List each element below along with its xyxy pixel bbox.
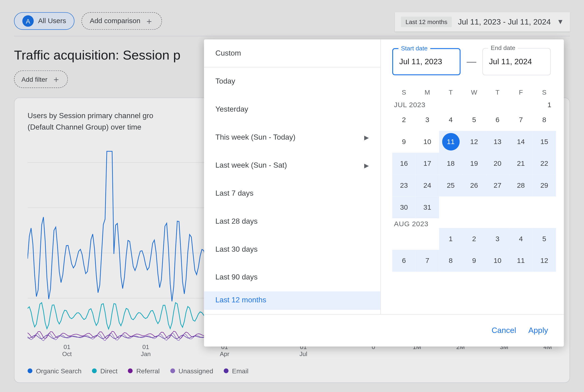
start-date-field[interactable]: Start date Jul 11, 2023 bbox=[392, 48, 460, 75]
calendar-month-label: AUG 2023 bbox=[392, 220, 556, 228]
add-comparison-label: Add comparison bbox=[90, 17, 140, 25]
cancel-button[interactable]: Cancel bbox=[491, 326, 516, 335]
calendar-day[interactable]: 21 bbox=[509, 153, 533, 175]
legend-dot-icon bbox=[170, 368, 175, 373]
calendar-day[interactable]: 23 bbox=[392, 175, 416, 196]
calendar-day[interactable]: 22 bbox=[533, 153, 556, 175]
calendar-day[interactable]: 7 bbox=[416, 250, 439, 272]
preset-label: Last 12 months bbox=[215, 296, 266, 304]
add-filter-label: Add filter bbox=[22, 76, 48, 83]
calendar-day[interactable]: 6 bbox=[392, 250, 416, 272]
legend-item[interactable]: Email bbox=[224, 367, 249, 374]
calendar-day[interactable]: 28 bbox=[509, 175, 533, 196]
calendar-day[interactable]: 2 bbox=[462, 228, 486, 250]
calendar-day[interactable]: 17 bbox=[416, 153, 439, 175]
calendar-day[interactable]: 7 bbox=[509, 109, 533, 131]
calendar-day[interactable]: 3 bbox=[486, 228, 509, 250]
date-preset-item[interactable]: Last 30 days bbox=[204, 235, 380, 263]
calendar-day[interactable]: 4 bbox=[439, 109, 462, 131]
date-range-dropdown[interactable]: Last 12 months Jul 11, 2023 - Jul 11, 20… bbox=[395, 12, 570, 31]
calendar-dow: T bbox=[439, 88, 462, 96]
preset-label: Custom bbox=[215, 49, 241, 58]
calendar-day[interactable]: 29 bbox=[533, 175, 556, 196]
calendar-day[interactable]: 4 bbox=[509, 228, 533, 250]
legend-dot-icon bbox=[92, 368, 97, 373]
calendar-day[interactable]: 3 bbox=[416, 109, 439, 131]
date-range-preset-badge: Last 12 months bbox=[401, 16, 452, 27]
date-preset-list: CustomTodayYesterdayThis week (Sun - Tod… bbox=[204, 40, 381, 314]
plus-icon: ＋ bbox=[52, 75, 61, 83]
date-preset-item[interactable]: Last 28 days bbox=[204, 207, 380, 235]
legend-item[interactable]: Referral bbox=[128, 367, 160, 374]
calendar-day[interactable]: 25 bbox=[439, 175, 462, 196]
calendar-day[interactable]: 11 bbox=[509, 250, 533, 272]
calendar-grid-jul: 2345678910111213141516171819202122232425… bbox=[392, 109, 556, 218]
calendar-dow: F bbox=[509, 88, 533, 96]
chevron-right-icon: ▶ bbox=[364, 134, 369, 141]
calendar-day[interactable]: 6 bbox=[486, 109, 509, 131]
calendar-day[interactable]: 10 bbox=[416, 131, 439, 153]
calendar-grid-aug: 123456789101112 bbox=[392, 228, 556, 272]
calendar-day[interactable]: 31 bbox=[416, 196, 439, 218]
calendar-day[interactable]: 2 bbox=[392, 109, 416, 131]
calendar-day[interactable]: 8 bbox=[533, 109, 556, 131]
end-date-field[interactable]: End date Jul 11, 2024 bbox=[482, 48, 550, 75]
calendar-day[interactable]: 9 bbox=[392, 131, 416, 153]
calendar-day[interactable]: 10 bbox=[486, 250, 509, 272]
preset-label: Last 28 days bbox=[215, 217, 258, 226]
calendar-day[interactable]: 14 bbox=[509, 131, 533, 153]
segment-label: All Users bbox=[38, 17, 66, 25]
calendar-day[interactable]: 16 bbox=[392, 153, 416, 175]
calendar-day[interactable]: 1 bbox=[439, 228, 462, 250]
date-preset-item[interactable]: Last 12 months bbox=[204, 291, 380, 310]
preset-label: Today bbox=[215, 77, 235, 86]
calendar-day[interactable]: 12 bbox=[533, 250, 556, 272]
calendar-day[interactable]: 26 bbox=[462, 175, 486, 196]
legend-label: Unassigned bbox=[179, 367, 213, 374]
calendar-day[interactable]: 24 bbox=[416, 175, 439, 196]
calendar-day[interactable]: 20 bbox=[486, 153, 509, 175]
calendar-day[interactable]: 27 bbox=[486, 175, 509, 196]
calendar-dow: T bbox=[486, 88, 509, 96]
calendar-day[interactable]: 12 bbox=[462, 131, 486, 153]
segment-all-users[interactable]: A All Users bbox=[14, 12, 75, 30]
calendar-day[interactable]: 19 bbox=[462, 153, 486, 175]
legend-item[interactable]: Unassigned bbox=[170, 367, 213, 374]
date-preset-item[interactable]: Yesterday bbox=[204, 96, 380, 124]
calendar-day[interactable]: 30 bbox=[392, 196, 416, 218]
legend-dot-icon bbox=[224, 368, 229, 373]
date-range-popover: CustomTodayYesterdayThis week (Sun - Tod… bbox=[204, 40, 564, 347]
calendar-dow: W bbox=[462, 88, 486, 96]
calendar-day[interactable]: 11 bbox=[439, 131, 462, 153]
calendar-day[interactable]: 13 bbox=[486, 131, 509, 153]
calendar-dow: M bbox=[416, 88, 439, 96]
calendar-day[interactable]: 5 bbox=[533, 228, 556, 250]
add-filter-button[interactable]: Add filter ＋ bbox=[14, 70, 68, 88]
legend-label: Organic Search bbox=[36, 367, 82, 374]
legend-label: Direct bbox=[101, 367, 118, 374]
calendar-day[interactable]: 15 bbox=[533, 131, 556, 153]
date-preset-item[interactable]: Last 7 days bbox=[204, 179, 380, 207]
x-tick: 01Oct bbox=[28, 344, 106, 358]
apply-button[interactable]: Apply bbox=[528, 326, 548, 335]
plus-icon: ＋ bbox=[145, 16, 154, 25]
calendar-month-label: JUL 2023 1 bbox=[392, 101, 556, 109]
add-comparison-button[interactable]: Add comparison ＋ bbox=[82, 12, 162, 30]
preset-label: Yesterday bbox=[215, 105, 248, 114]
date-preset-item[interactable]: Custom bbox=[204, 40, 380, 68]
calendar-day[interactable]: 1 bbox=[547, 101, 552, 109]
date-preset-item[interactable]: Last 90 days bbox=[204, 263, 380, 291]
calendar-day[interactable]: 9 bbox=[462, 250, 486, 272]
calendar-day[interactable]: 5 bbox=[462, 109, 486, 131]
date-preset-item[interactable]: This week (Sun - Today)▶ bbox=[204, 123, 380, 151]
date-preset-item[interactable]: Today bbox=[204, 68, 380, 96]
calendar-day[interactable]: 8 bbox=[439, 250, 462, 272]
date-preset-item[interactable]: Last week (Sun - Sat)▶ bbox=[204, 151, 380, 179]
end-date-value: Jul 11, 2024 bbox=[489, 57, 532, 66]
date-range-separator: — bbox=[467, 56, 476, 68]
legend-item[interactable]: Organic Search bbox=[28, 367, 82, 374]
preset-label: This week (Sun - Today) bbox=[215, 133, 296, 142]
legend-dot-icon bbox=[128, 368, 133, 373]
legend-item[interactable]: Direct bbox=[92, 367, 118, 374]
calendar-day[interactable]: 18 bbox=[439, 153, 462, 175]
